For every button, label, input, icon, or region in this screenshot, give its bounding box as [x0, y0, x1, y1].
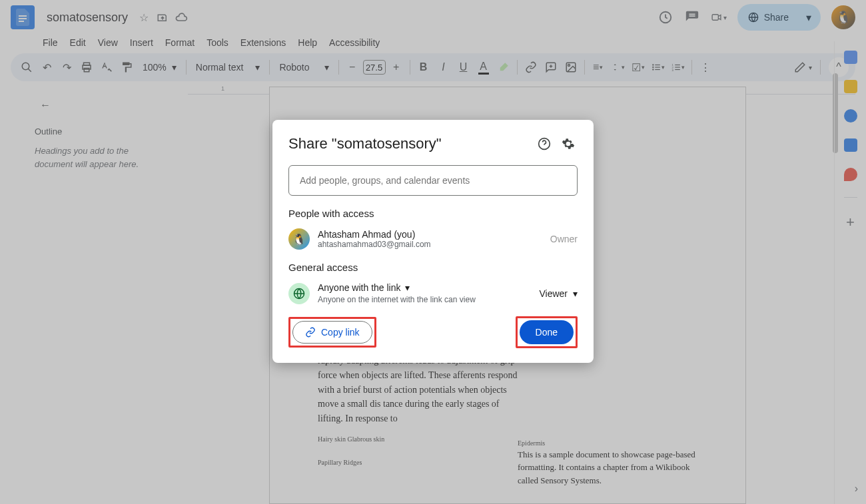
add-people-input[interactable]	[288, 165, 578, 196]
person-row: 🐧 Ahtasham Ahmad (you) ahtashamahmad03@g…	[288, 228, 578, 250]
general-access-row: Anyone with the link▾ Anyone on the inte…	[288, 282, 578, 304]
person-role: Owner	[550, 234, 578, 244]
share-dialog: Share "somatosensory" People with access…	[272, 120, 594, 363]
access-type-label: Anyone with the link	[318, 282, 401, 293]
done-button[interactable]: Done	[520, 320, 574, 344]
permission-label: Viewer	[539, 288, 568, 299]
done-highlight: Done	[516, 316, 578, 348]
gear-icon[interactable]	[559, 134, 578, 153]
person-avatar: 🐧	[288, 228, 310, 250]
access-type-dropdown[interactable]: Anyone with the link▾	[318, 282, 476, 293]
copy-link-button[interactable]: Copy link	[292, 321, 372, 344]
person-name: Ahtasham Ahmad (you)	[318, 229, 431, 240]
permission-dropdown[interactable]: Viewer▾	[539, 288, 578, 299]
access-description: Anyone on the internet with the link can…	[318, 295, 476, 304]
dropdown-icon: ▾	[573, 288, 578, 299]
globe-icon	[288, 283, 310, 304]
share-dialog-title: Share "somatosensory"	[288, 135, 530, 152]
general-access-title: General access	[288, 262, 578, 273]
link-icon	[305, 327, 316, 338]
person-email: ahtashamahmad03@gmail.com	[318, 240, 431, 249]
dropdown-icon: ▾	[405, 282, 410, 293]
people-access-title: People with access	[288, 208, 578, 219]
copy-link-label: Copy link	[321, 327, 360, 338]
help-icon[interactable]	[535, 134, 554, 153]
modal-overlay[interactable]: Share "somatosensory" People with access…	[0, 0, 866, 504]
copy-link-highlight: Copy link	[288, 317, 376, 348]
